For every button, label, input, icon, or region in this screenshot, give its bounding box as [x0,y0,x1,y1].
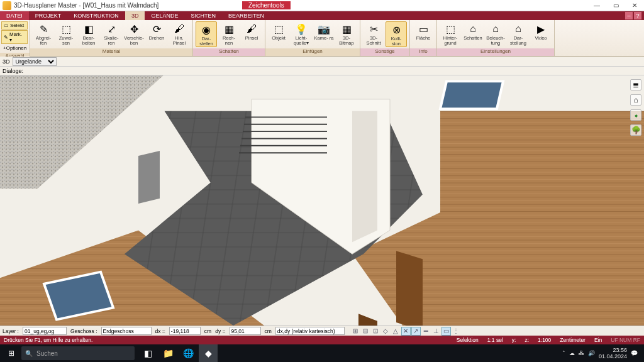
tree-orange-icon[interactable]: 🌳 [630,124,641,136]
start-button[interactable]: ⊞ [3,344,20,362]
verschieben-button[interactable]: ✥Verschie- ben [123,21,145,46]
status-scale1: 1:1 sel [487,337,503,343]
schatten2-button[interactable]: ⌂Schatten [462,21,484,41]
status-y: y: [512,337,516,343]
light-icon: 💡 [295,23,308,35]
layer-label: Layer : [3,328,19,334]
bitmap-button[interactable]: ▦3D- Bitmap [336,21,357,46]
dy-input[interactable] [230,327,261,335]
display-icon: ◉ [200,23,213,36]
snap3-icon[interactable]: ⊡ [371,327,380,336]
ribbon-group-schatten: ◉Dar- stellen ▦Rech- nen 🖌Pinsel Schatte… [193,20,265,56]
hintergrund-button[interactable]: ⬚Hinter- grund [440,21,461,46]
ribbon: ▭ Selekt ✎ Mark. ▾ +Optionen Auswahl ✎Ab… [0,20,644,57]
optionen-button[interactable]: +Optionen [1,45,28,52]
3d-viewport[interactable]: ≣ ⌂ ⬥ 🌳 [0,75,644,326]
ribbon-group-einfuegen: ⬚Objekt 💡Licht- quelle▾ 📷Kame- ra ▦3D- B… [265,20,360,56]
snap6-icon[interactable]: ✕ [401,327,411,336]
bearbeiten-button[interactable]: ◧Bear- beiten [78,21,99,46]
notification-icon[interactable]: 💬 [631,350,638,356]
tab-bearbeiten[interactable]: BEARBEITEN [222,11,270,20]
search-icon: 🔍 [25,350,33,357]
tab-sichten[interactable]: SICHTEN [184,11,222,20]
window-title: 3D-Hausplaner Master - [W01_Haus mit Wal… [14,2,158,9]
display2-icon: ⌂ [512,23,525,35]
drehen-button[interactable]: ⟳Drehen [146,21,167,41]
volume-icon[interactable]: 🔊 [588,350,595,356]
rotate-icon: ⟳ [150,23,163,35]
snap5-icon[interactable]: △ [391,327,401,336]
selekt-button[interactable]: ▭ Selekt [1,21,28,30]
beleuchtung-button[interactable]: ⌂Beleuch- tung [485,21,506,46]
viewport-side-tools: ≣ ⌂ ⬥ 🌳 [630,79,641,136]
layer-input[interactable] [23,327,67,335]
tab-konstruktion[interactable]: KONSTRUKTION [67,11,125,20]
status-num: UF NUM RF [611,337,640,343]
calculate-icon: ▦ [223,23,235,35]
zuweisen-button[interactable]: ⬚Zuwei- sen [55,21,77,46]
dx-label: dx = [155,328,165,334]
kollision-button[interactable]: ⊗Kolli- sion [386,21,407,47]
hinpinsel-button[interactable]: 🖌Hin. Pinsel [169,21,190,46]
mark-button[interactable]: ✎ Mark. ▾ [1,30,28,44]
layer-select[interactable]: Urgelände [13,57,57,66]
ribbon-help-icon[interactable]: ? [634,12,641,19]
geschoss-input[interactable] [101,327,152,335]
tab-datei[interactable]: DATEI [0,11,29,20]
kamera-button[interactable]: 📷Kame- ra [313,21,335,41]
rechnen-button[interactable]: ▦Rech- nen [218,21,240,46]
app-running-icon[interactable]: ◆ [199,344,218,362]
tray-up-icon[interactable]: ˄ [562,350,565,356]
tree-green-icon[interactable]: ⬥ [630,109,641,121]
svg-rect-16 [396,251,423,326]
snap7-icon[interactable]: ↗ [411,327,421,336]
snap11-icon[interactable]: ⋮ [452,327,461,336]
dy-label: dy = [215,328,225,334]
darstellen-button[interactable]: ◉Dar- stellen [196,21,217,47]
move-icon: ✥ [128,23,140,35]
snap2-icon[interactable]: ⊟ [361,327,370,336]
taskbar-clock[interactable]: 23:5601.04.2024 [599,347,627,359]
network-icon[interactable]: 🖧 [579,350,584,356]
darstellung-button[interactable]: ⌂Dar- stellung [508,21,529,46]
dialog-label: Dialoge: [3,68,23,74]
snap8-icon[interactable]: ═ [421,327,431,336]
snap1-icon[interactable]: ⊞ [351,327,360,336]
group-label-info: Info [410,48,436,56]
snap10-icon[interactable]: ▭ [441,327,451,336]
skalieren-button[interactable]: ⤢Skalie- ren [101,21,122,46]
object-icon: ⬚ [272,23,285,35]
cloud-icon[interactable]: ☁ [569,350,575,356]
flaeche-button[interactable]: ▭Fläche [413,21,434,41]
context-bar: 3D Urgelände [0,57,644,67]
dx-input[interactable] [169,327,201,335]
maximize-button[interactable]: ▭ [606,0,625,11]
taskbar-search[interactable]: 🔍 Suchen [21,346,135,360]
ribbon-minimize-icon[interactable]: – [625,12,633,19]
tab-3d[interactable]: 3D [125,11,145,20]
explorer-icon[interactable]: 📁 [158,344,177,362]
dialog-bar: Dialoge: [0,67,644,75]
model-icon[interactable]: ⌂ [630,94,641,106]
snap9-icon[interactable]: ⊥ [431,327,441,336]
schnitt-button[interactable]: ✂3D- Schnitt [363,21,384,46]
svg-rect-18 [138,151,160,204]
layers-icon[interactable]: ≣ [630,79,641,90]
video-button[interactable]: ▶Video [530,21,552,41]
objekt-button[interactable]: ⬚Objekt [268,21,289,41]
taskview-icon[interactable]: ◧ [138,344,157,362]
chrome-icon[interactable]: 🌐 [179,344,197,362]
tab-gelaende[interactable]: GELÄNDE [145,11,184,20]
pinsel-button[interactable]: 🖌Pinsel [241,21,262,41]
ribbon-right-buttons: – ? [625,11,644,20]
minimize-button[interactable]: — [587,0,606,11]
tab-projekt[interactable]: PROJEKT [29,11,68,20]
lichtquelle-button[interactable]: 💡Licht- quelle▾ [291,21,312,46]
abgreifen-button[interactable]: ✎Abgrei- fen [33,21,54,46]
area-icon: ▭ [417,23,430,35]
snap4-icon[interactable]: ◇ [381,327,391,336]
status-z: z: [525,337,529,343]
close-button[interactable]: ✕ [625,0,644,11]
drawtools-tab[interactable]: Zeichentools [242,1,291,9]
coord-mode-input[interactable] [275,327,345,335]
